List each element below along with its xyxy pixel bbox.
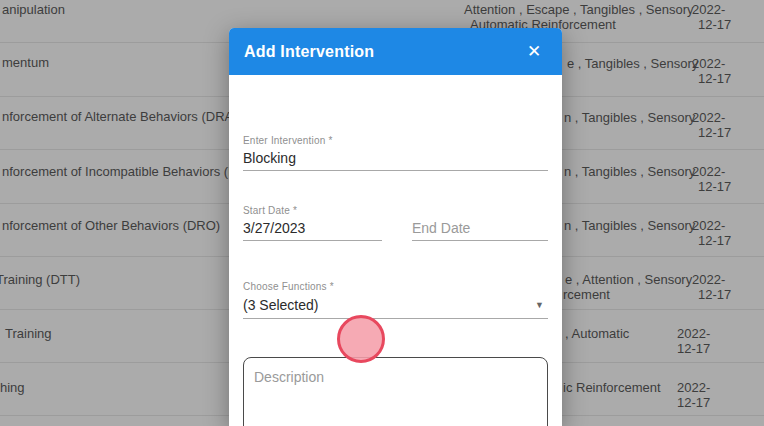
row-functions: e , Attention , Sensory: [565, 272, 692, 287]
row-name: nforcement of Other Behaviors (DRO): [2, 218, 220, 233]
row-functions: Attention , Escape , Tangibles , Sensory: [464, 2, 694, 17]
start-date-input[interactable]: [243, 220, 382, 241]
close-button[interactable]: ✕: [522, 40, 546, 64]
row-functions: e , Tangibles , Sensory: [567, 56, 698, 71]
intervention-input[interactable]: [243, 150, 548, 171]
chevron-down-icon: ▼: [535, 300, 548, 310]
intervention-label: Enter Intervention *: [243, 135, 333, 146]
modal-header: Add Intervention ✕: [229, 28, 562, 75]
row-date: 2022-: [692, 164, 725, 179]
row-date: 12-17: [698, 287, 731, 302]
row-functions: , Automatic: [565, 326, 629, 341]
row-date: 2022-: [692, 218, 725, 233]
close-icon: ✕: [527, 43, 541, 60]
row-date: 12-17: [698, 71, 731, 86]
row-functions: n , Tangibles , Sensory: [564, 218, 695, 233]
row-name: mentum: [2, 55, 49, 70]
row-name: nforcement of Incompatible Behaviors (DR…: [2, 164, 255, 179]
row-name: anipulation: [2, 2, 65, 17]
row-date: 12-17: [677, 395, 710, 410]
row-date: 12-17: [698, 125, 731, 140]
row-name: Training: [5, 326, 51, 341]
row-date: 2022-: [692, 2, 725, 17]
row-name: nforcement of Alternate Behaviors (DRA): [2, 109, 238, 124]
row-date: 12-17: [698, 179, 731, 194]
row-date: 12-17: [677, 341, 710, 356]
row-date: 2022-: [677, 380, 710, 395]
modal-title: Add Intervention: [244, 43, 374, 61]
functions-select-value: (3 Selected): [243, 297, 318, 313]
add-intervention-modal: Add Intervention ✕ Enter Intervention * …: [229, 28, 562, 426]
row-name: Training (DTT): [0, 272, 80, 287]
functions-select[interactable]: (3 Selected) ▼: [243, 297, 548, 319]
row-date: 12-17: [698, 233, 731, 248]
description-textarea[interactable]: [243, 357, 548, 426]
row-date: 2022-: [692, 272, 725, 287]
row-date: 2022-: [692, 56, 725, 71]
row-functions: ic Reinforcement: [563, 380, 661, 395]
functions-label: Choose Functions *: [243, 281, 334, 292]
modal-body: Enter Intervention * Start Date * Choose…: [229, 75, 562, 426]
row-name: hing: [0, 380, 25, 395]
row-functions: n , Tangibles , Sensory: [564, 110, 695, 125]
row-functions: n , Tangibles , Sensory: [564, 164, 695, 179]
end-date-input[interactable]: [412, 220, 548, 241]
row-date: 12-17: [698, 17, 731, 32]
start-date-label: Start Date *: [243, 205, 297, 216]
row-date: 2022-: [692, 110, 725, 125]
row-functions: rcement: [563, 287, 610, 302]
row-date: 2022-: [677, 326, 710, 341]
